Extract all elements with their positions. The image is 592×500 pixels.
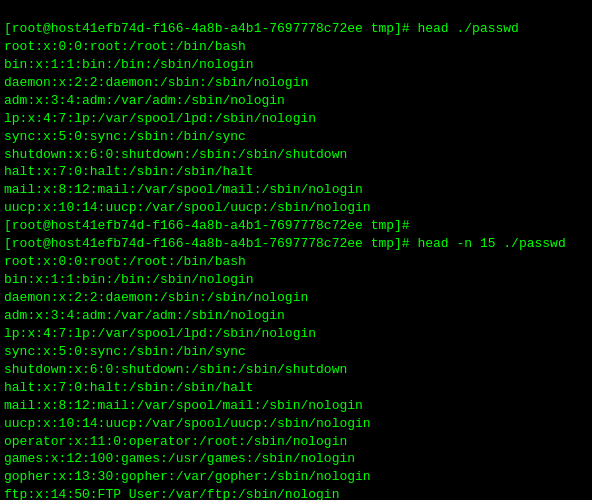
terminal-line: games:x:12:100:games:/usr/games:/sbin/no… [4,450,588,468]
terminal-line: sync:x:5:0:sync:/sbin:/bin/sync [4,128,588,146]
terminal-line: root:x:0:0:root:/root:/bin/bash [4,38,588,56]
terminal-line: mail:x:8:12:mail:/var/spool/mail:/sbin/n… [4,181,588,199]
terminal-line: shutdown:x:6:0:shutdown:/sbin:/sbin/shut… [4,146,588,164]
terminal-line: sync:x:5:0:sync:/sbin:/bin/sync [4,343,588,361]
terminal-line: root:x:0:0:root:/root:/bin/bash [4,253,588,271]
terminal-line: adm:x:3:4:adm:/var/adm:/sbin/nologin [4,307,588,325]
terminal-line: uucp:x:10:14:uucp:/var/spool/uucp:/sbin/… [4,415,588,433]
terminal-line: halt:x:7:0:halt:/sbin:/sbin/halt [4,379,588,397]
terminal-line: mail:x:8:12:mail:/var/spool/mail:/sbin/n… [4,397,588,415]
terminal-window[interactable]: [root@host41efb74d-f166-4a8b-a4b1-769777… [0,0,592,500]
terminal-line: lp:x:4:7:lp:/var/spool/lpd:/sbin/nologin [4,325,588,343]
terminal-line: [root@host41efb74d-f166-4a8b-a4b1-769777… [4,20,588,38]
terminal-line: shutdown:x:6:0:shutdown:/sbin:/sbin/shut… [4,361,588,379]
terminal-line: ftp:x:14:50:FTP User:/var/ftp:/sbin/nolo… [4,486,588,500]
terminal-line: halt:x:7:0:halt:/sbin:/sbin/halt [4,163,588,181]
terminal-line: uucp:x:10:14:uucp:/var/spool/uucp:/sbin/… [4,199,588,217]
terminal-line: gopher:x:13:30:gopher:/var/gopher:/sbin/… [4,468,588,486]
terminal-line: daemon:x:2:2:daemon:/sbin:/sbin/nologin [4,74,588,92]
terminal-line: daemon:x:2:2:daemon:/sbin:/sbin/nologin [4,289,588,307]
terminal-line: operator:x:11:0:operator:/root:/sbin/nol… [4,433,588,451]
terminal-line: [root@host41efb74d-f166-4a8b-a4b1-769777… [4,217,588,235]
terminal-line: bin:x:1:1:bin:/bin:/sbin/nologin [4,271,588,289]
terminal-line: [root@host41efb74d-f166-4a8b-a4b1-769777… [4,235,588,253]
terminal-line: bin:x:1:1:bin:/bin:/sbin/nologin [4,56,588,74]
terminal-line: adm:x:3:4:adm:/var/adm:/sbin/nologin [4,92,588,110]
terminal-line: lp:x:4:7:lp:/var/spool/lpd:/sbin/nologin [4,110,588,128]
